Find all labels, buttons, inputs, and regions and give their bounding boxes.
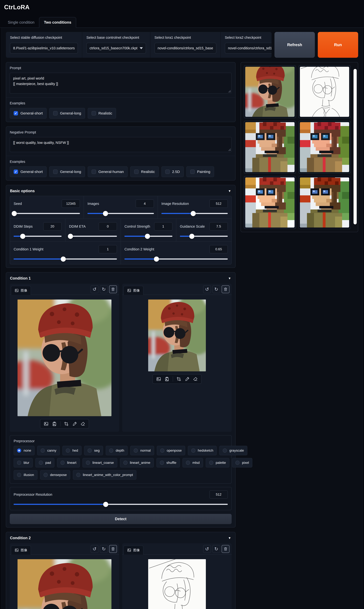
sd-checkpoint-dropdown[interactable]: 8.Pixel/1-aziibpixelmix_v10.safetensors (10, 43, 78, 54)
paste-clipboard-icon[interactable] (52, 421, 57, 426)
preprocessor-resolution-slider[interactable] (14, 504, 228, 505)
condition2-weight-slider[interactable] (124, 259, 228, 260)
clear-image-button[interactable] (109, 545, 117, 553)
undo-button[interactable]: ↺ (203, 285, 211, 293)
preprocessor-lineart-anime-with-color-prompt[interactable]: lineart_anime_with_color_prompt (73, 470, 136, 480)
preprocessor-depth[interactable]: depth (106, 446, 128, 455)
paste-clipboard-icon[interactable] (165, 377, 169, 381)
clear-image-button[interactable] (222, 545, 229, 553)
image-tab[interactable]: 图像 (11, 286, 31, 295)
crop-icon[interactable] (64, 421, 69, 426)
condition2-source-image[interactable] (17, 559, 111, 609)
image-tab[interactable]: 图像 (123, 546, 143, 554)
image-tab[interactable]: 图像 (11, 546, 31, 554)
preprocessor-pixel[interactable]: pixel (232, 458, 252, 468)
clear-image-button[interactable] (109, 285, 117, 293)
brush-icon[interactable] (185, 377, 190, 381)
redo-button[interactable]: ↻ (100, 285, 108, 293)
guidance-scale-slider[interactable] (180, 236, 228, 237)
preprocessor-densepose[interactable]: densepose (40, 470, 70, 480)
checkbox-general-long[interactable]: General-long (49, 166, 85, 177)
ddim-steps-input[interactable]: 20 (43, 222, 62, 231)
ddim-eta-slider[interactable] (69, 236, 117, 237)
preprocessor-mlsd[interactable]: mlsd (182, 458, 203, 468)
run-button[interactable]: Run (318, 32, 358, 58)
preprocessor-lineart[interactable]: lineart (57, 458, 80, 468)
condition1-weight-input[interactable]: 1 (99, 245, 117, 253)
image-resolution-input[interactable]: 512 (209, 199, 228, 208)
preprocessor-normal[interactable]: normal (130, 446, 154, 455)
condition2-lineart-image[interactable] (148, 559, 206, 609)
condition1-source-image[interactable] (17, 300, 111, 416)
images-input[interactable]: 4 (136, 199, 154, 208)
collapse-icon[interactable]: ▼ (228, 189, 231, 193)
redo-button[interactable]: ↻ (212, 545, 220, 553)
checkbox-painting[interactable]: Painting (186, 166, 214, 177)
undo-button[interactable]: ↺ (203, 545, 211, 553)
negative-prompt-textarea[interactable] (10, 137, 232, 152)
redo-button[interactable]: ↻ (212, 285, 220, 293)
clear-image-button[interactable] (222, 285, 229, 293)
preprocessor-hed[interactable]: hed (62, 446, 81, 455)
preprocessor-lineart-anime[interactable]: lineart_anime (120, 458, 154, 468)
checkbox-general-human[interactable]: General-human (88, 166, 128, 177)
image-tab[interactable]: 图像 (123, 286, 143, 295)
checkbox-general-short[interactable]: General-short (10, 166, 47, 177)
gallery-item-lineart[interactable] (299, 65, 351, 118)
seed-input[interactable]: 12345 (62, 199, 80, 208)
seed-slider[interactable] (14, 213, 80, 214)
preprocessor-illusion[interactable]: illusion (14, 470, 38, 480)
control-strength-slider[interactable] (124, 236, 172, 237)
tab-two-conditions[interactable]: Two conditions (39, 17, 76, 28)
preprocessor-none[interactable]: none (14, 446, 35, 455)
refresh-button[interactable]: Refresh (274, 32, 315, 58)
eraser-icon[interactable] (193, 377, 198, 381)
checkbox-realistic[interactable]: Realistic (130, 166, 159, 177)
preprocessor-palette[interactable]: palette (206, 458, 229, 468)
preprocessor-seg[interactable]: seg (84, 446, 103, 455)
condition2-weight-input[interactable]: 0.65 (209, 245, 228, 253)
crop-icon[interactable] (176, 377, 181, 381)
tab-single-condition[interactable]: Single condition (3, 17, 39, 28)
guidance-scale-input[interactable]: 7.5 (209, 222, 228, 231)
upload-image-icon[interactable] (44, 421, 49, 426)
eraser-icon[interactable] (80, 421, 85, 426)
preprocessor-openpose[interactable]: openpose (157, 446, 185, 455)
gallery-item-pixel-2[interactable] (299, 121, 351, 174)
collapse-icon[interactable]: ▼ (228, 536, 231, 540)
preprocessor-canny[interactable]: canny (37, 446, 60, 455)
gallery-item-pixel-4[interactable] (299, 176, 351, 229)
preprocessor-lineart-coarse[interactable]: lineart_coarse (82, 458, 117, 468)
undo-button[interactable]: ↺ (91, 545, 98, 553)
collapse-icon[interactable]: ▼ (228, 277, 231, 280)
ddim-eta-input[interactable]: 0 (99, 222, 117, 231)
preprocessor-shuffle[interactable]: shuffle (156, 458, 180, 468)
checkbox-general-short[interactable]: General-short (10, 108, 47, 119)
preprocessor-pad[interactable]: pad (35, 458, 54, 468)
preprocessor-resolution-input[interactable]: 512 (209, 490, 228, 499)
lora1-checkpoint-dropdown[interactable]: novel-conditions/ctrlora_sd15_base (155, 43, 216, 54)
condition1-processed-image[interactable] (148, 300, 206, 371)
brush-icon[interactable] (72, 421, 77, 426)
gallery-item-pixel-3[interactable] (244, 176, 296, 229)
undo-button[interactable]: ↺ (91, 285, 98, 293)
condition1-weight-slider[interactable] (14, 259, 117, 260)
preprocessor-hedsketch[interactable]: hedsketch (188, 446, 217, 455)
ddim-steps-slider[interactable] (14, 236, 62, 237)
controlnet-checkpoint-dropdown[interactable]: ctrlora_sd15_basecn700k.ckpt (86, 43, 146, 54)
gallery-item-pixel-1[interactable] (244, 121, 296, 174)
preprocessor-blur[interactable]: blur (14, 458, 33, 468)
preprocessor-grayscale[interactable]: grayscale (219, 446, 247, 455)
control-strength-input[interactable]: 1 (154, 222, 172, 231)
gallery-scrollbar[interactable] (353, 69, 357, 224)
detect-button[interactable]: Detect (10, 514, 232, 524)
lora2-checkpoint-dropdown[interactable]: novel-conditions/ctrlora_sd15_base (225, 43, 272, 54)
image-resolution-slider[interactable] (161, 213, 228, 214)
checkbox-25d[interactable]: 2.5D (161, 166, 184, 177)
gallery-item-photo[interactable] (244, 65, 296, 118)
checkbox-general-long[interactable]: General-long (49, 108, 85, 119)
prompt-textarea[interactable] (10, 73, 232, 94)
upload-image-icon[interactable] (156, 377, 161, 381)
images-slider[interactable] (88, 213, 154, 214)
checkbox-realistic[interactable]: Realistic (88, 108, 116, 119)
